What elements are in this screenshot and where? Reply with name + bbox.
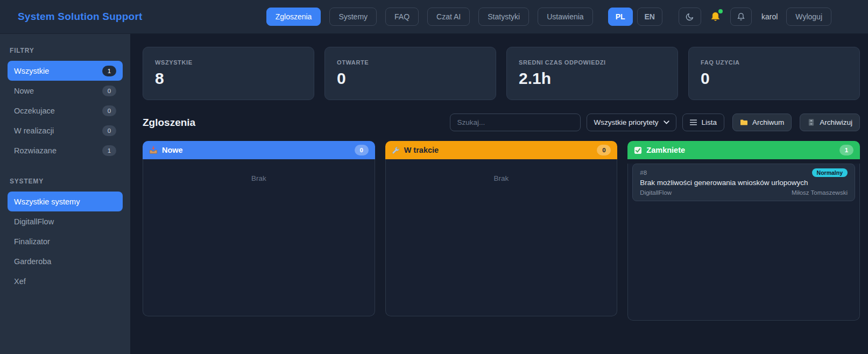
- folder-icon: [740, 119, 748, 126]
- stat-label: WSZYSTKIE: [155, 59, 302, 66]
- system-label: Xef: [14, 277, 26, 286]
- notifications-button[interactable]: [709, 10, 723, 23]
- stat-card-otwarte: OTWARTE 0: [324, 47, 496, 100]
- column-header-zamkniete: Zamkniete 1: [627, 141, 860, 159]
- column-title: Zamkniete: [646, 146, 685, 154]
- sidebar: FILTRY Wszystkie 1 Nowe 0 Oczekujace 0 W…: [0, 34, 130, 354]
- empty-state-label: Brak: [143, 159, 375, 182]
- logout-button[interactable]: Wyloguj: [786, 8, 831, 26]
- filter-count-badge: 1: [102, 66, 116, 76]
- username-label: karol: [761, 12, 778, 21]
- archive-action-button[interactable]: Archiwizuj: [800, 114, 860, 131]
- filter-label: Rozwiazane: [14, 146, 57, 155]
- filter-count-badge: 0: [102, 86, 116, 96]
- filter-label: W realizacji: [14, 126, 54, 135]
- priority-filter-select[interactable]: Wszystkie priorytety: [587, 114, 676, 131]
- stat-label: FAQ UZYCIA: [701, 59, 848, 66]
- system-item-wszystkie-systemy[interactable]: Wszystkie systemy: [8, 192, 123, 211]
- stat-value: 0: [337, 69, 484, 88]
- ticket-system: DigitallFlow: [640, 189, 672, 196]
- notification-status-dot: [718, 9, 723, 13]
- lang-pl-button[interactable]: PL: [608, 8, 633, 26]
- bell-outline-icon: [737, 12, 745, 21]
- system-item-xef[interactable]: Xef: [8, 271, 123, 291]
- archive-button[interactable]: Archiwum: [732, 114, 792, 131]
- ticket-assignee: Miłosz Tomaszewski: [792, 189, 848, 196]
- stat-value: 0: [701, 69, 848, 88]
- main-nav: Zgloszenia Systemy FAQ Czat AI Statystyk…: [266, 8, 593, 26]
- system-label: Finalizator: [14, 237, 50, 246]
- nav-tab-czat-ai[interactable]: Czat AI: [427, 8, 470, 26]
- wrench-icon: [392, 146, 400, 154]
- filter-item-oczekujace[interactable]: Oczekujace 0: [8, 101, 123, 121]
- column-title: W trakcie: [404, 146, 439, 154]
- toolbar: Zgloszenia Wszystkie priorytety Lista: [143, 114, 860, 131]
- nav-tab-ustawienia[interactable]: Ustawienia: [538, 8, 592, 26]
- top-bar: System Solution Support Zgloszenia Syste…: [0, 0, 868, 34]
- alerts-button[interactable]: [730, 8, 752, 26]
- filter-label: Wszystkie: [14, 67, 49, 75]
- nav-tab-faq[interactable]: FAQ: [385, 8, 419, 26]
- systems-section-title: SYSTEMY: [10, 178, 123, 185]
- stat-label: OTWARTE: [337, 59, 484, 66]
- nav-tab-systemy[interactable]: Systemy: [329, 8, 377, 26]
- system-label: Garderoba: [14, 257, 51, 266]
- filter-item-rozwiazane[interactable]: Rozwiazane 1: [8, 140, 123, 160]
- column-count-badge: 0: [355, 145, 369, 155]
- page-title: Zgloszenia: [143, 117, 195, 129]
- column-body-nowe: Brak: [143, 159, 375, 316]
- chevron-down-icon: [664, 121, 669, 124]
- column-header-w-trakcie: W trakcie 0: [385, 141, 618, 159]
- column-count-badge: 0: [597, 145, 611, 155]
- header-actions: [679, 8, 752, 26]
- column-body-w-trakcie: Brak: [385, 159, 618, 316]
- lang-en-button[interactable]: EN: [637, 8, 662, 26]
- system-item-digitallflow[interactable]: DigitallFlow: [8, 211, 123, 231]
- language-switcher: PL EN: [608, 8, 662, 26]
- priority-filter-value: Wszystkie priorytety: [594, 118, 658, 126]
- column-zamkniete: Zamkniete 1 #8 Normalny Brak możliwości …: [627, 141, 860, 321]
- main-content: WSZYSTKIE 8 OTWARTE 0 SREDNI CZAS ODPOWI…: [130, 34, 868, 354]
- inbox-icon: [149, 146, 158, 154]
- stat-value: 2.1h: [519, 69, 666, 88]
- nav-tab-zgloszenia[interactable]: Zgloszenia: [266, 8, 321, 26]
- stat-label: SREDNI CZAS ODPOWIEDZI: [519, 59, 666, 66]
- filter-count-badge: 0: [102, 125, 116, 136]
- system-label: Wszystkie systemy: [14, 197, 80, 206]
- system-item-garderoba[interactable]: Garderoba: [8, 251, 123, 271]
- stats-row: WSZYSTKIE 8 OTWARTE 0 SREDNI CZAS ODPOWI…: [143, 47, 860, 100]
- file-cabinet-icon: [807, 118, 815, 126]
- moon-icon: [686, 12, 694, 21]
- filter-label: Nowe: [14, 87, 34, 95]
- system-item-finalizator[interactable]: Finalizator: [8, 231, 123, 251]
- priority-badge: Normalny: [812, 168, 848, 177]
- system-label: DigitallFlow: [14, 217, 54, 226]
- column-nowe: Nowe 0 Brak: [143, 141, 375, 321]
- column-count-badge: 1: [839, 145, 853, 155]
- stat-card-sredni-czas: SREDNI CZAS ODPOWIEDZI 2.1h: [506, 47, 678, 100]
- empty-state-label: Brak: [386, 159, 617, 182]
- column-w-trakcie: W trakcie 0 Brak: [385, 141, 618, 321]
- filter-label: Oczekujace: [14, 107, 55, 115]
- kanban-board: Nowe 0 Brak W trakcie 0: [143, 141, 860, 321]
- filter-item-wszystkie[interactable]: Wszystkie 1: [8, 61, 123, 81]
- column-header-nowe: Nowe 0: [143, 141, 375, 159]
- filter-count-badge: 0: [102, 105, 116, 116]
- search-input[interactable]: [450, 114, 581, 131]
- column-body-zamkniete: #8 Normalny Brak możliwości generowania …: [627, 164, 860, 321]
- ticket-title: Brak możliwości generowania wniosków url…: [640, 179, 848, 187]
- list-icon: [690, 119, 697, 125]
- column-title: Nowe: [162, 146, 183, 154]
- ticket-card[interactable]: #8 Normalny Brak możliwości generowania …: [632, 164, 855, 201]
- stat-card-wszystkie: WSZYSTKIE 8: [143, 47, 314, 100]
- filter-item-nowe[interactable]: Nowe 0: [8, 81, 123, 101]
- check-icon: [634, 146, 642, 154]
- stat-value: 8: [155, 69, 302, 88]
- filter-item-w-realizacji[interactable]: W realizacji 0: [8, 121, 123, 140]
- theme-toggle-button[interactable]: [679, 8, 701, 26]
- list-view-button[interactable]: Lista: [682, 114, 724, 131]
- filters-section-title: FILTRY: [10, 47, 123, 54]
- filter-count-badge: 1: [102, 145, 116, 156]
- ticket-id: #8: [640, 169, 647, 176]
- nav-tab-statystyki[interactable]: Statystyki: [478, 8, 529, 26]
